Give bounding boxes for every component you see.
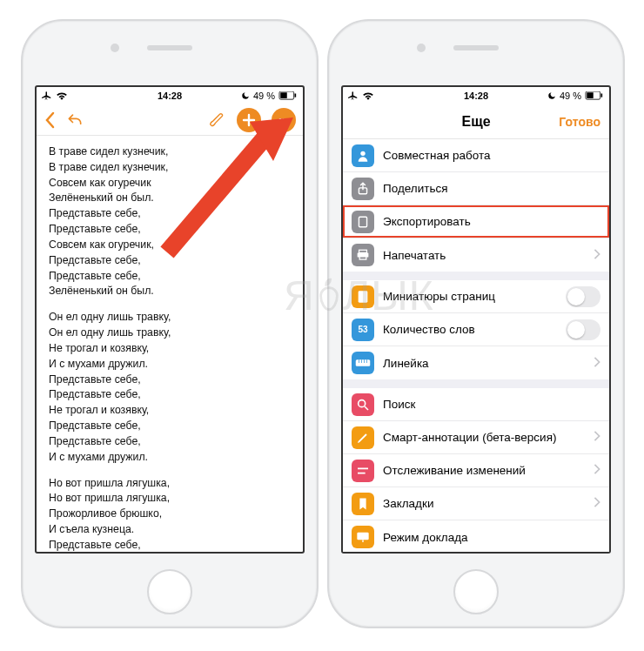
row-bookmarks[interactable]: Закладки xyxy=(343,487,609,520)
airplane-icon xyxy=(42,91,52,101)
screen-more-menu: 14:28 49 % Еще Готово Совместная работа … xyxy=(341,85,611,554)
svg-point-3 xyxy=(278,118,281,121)
front-camera xyxy=(111,44,119,52)
battery-icon xyxy=(585,91,604,100)
wifi-icon xyxy=(362,91,374,100)
svg-rect-9 xyxy=(587,92,594,98)
svg-rect-27 xyxy=(357,533,368,540)
chevron-right-icon xyxy=(594,357,600,370)
chevron-right-icon xyxy=(594,464,600,477)
more-list: Совместная работа Поделиться Экспортиров… xyxy=(343,139,609,552)
phone-frame-right: 14:28 49 % Еще Готово Совместная работа … xyxy=(327,19,625,628)
chevron-right-icon xyxy=(594,431,600,444)
status-bar: 14:28 49 % xyxy=(343,87,609,104)
svg-rect-14 xyxy=(359,250,367,252)
row-search[interactable]: Поиск xyxy=(343,388,609,421)
undo-icon[interactable] xyxy=(66,112,84,128)
row-label: Экспортировать xyxy=(383,215,471,228)
paragraph-3: Но вот пришла лягушка, Но вот пришла ляг… xyxy=(49,476,291,554)
row-label: Напечатать xyxy=(383,249,446,262)
svg-point-4 xyxy=(282,118,285,121)
row-label: Закладки xyxy=(383,497,433,510)
svg-rect-18 xyxy=(356,359,371,366)
document-body[interactable]: В траве сидел кузнечик, В траве сидел ку… xyxy=(37,136,303,554)
front-camera xyxy=(417,44,426,52)
battery-icon xyxy=(278,91,298,100)
battery-percent: 49 % xyxy=(253,91,275,101)
status-time: 14:28 xyxy=(158,91,182,101)
svg-point-11 xyxy=(360,151,365,155)
export-icon xyxy=(357,215,369,229)
watermark: ЯЛЫК xyxy=(284,272,434,319)
home-button[interactable] xyxy=(453,569,499,614)
status-time: 14:28 xyxy=(464,91,488,101)
search-icon xyxy=(356,398,370,412)
svg-rect-1 xyxy=(280,92,287,98)
svg-line-24 xyxy=(365,406,368,410)
row-ruler[interactable]: Линейка xyxy=(343,346,609,379)
share-icon xyxy=(357,182,369,196)
paragraph-1: В траве сидел кузнечик, В траве сидел ку… xyxy=(49,144,291,299)
airplane-icon xyxy=(348,91,359,101)
row-label: Линейка xyxy=(383,357,429,370)
ruler-icon xyxy=(355,359,371,367)
more-button[interactable] xyxy=(272,108,296,132)
row-track-changes[interactable]: Отслеживание изменений xyxy=(343,454,609,487)
row-label: Смарт-аннотации (бета-версия) xyxy=(383,431,556,444)
row-presentation[interactable]: Режим доклада xyxy=(343,520,609,552)
moon-icon xyxy=(241,91,250,100)
row-label: Поиск xyxy=(383,398,415,411)
more-header: Еще Готово xyxy=(343,104,609,139)
toggle-off[interactable] xyxy=(566,286,600,307)
svg-rect-10 xyxy=(601,94,603,97)
status-bar: 14:28 49 % xyxy=(37,87,303,104)
speaker xyxy=(453,45,499,50)
battery-percent: 49 % xyxy=(560,91,581,101)
print-icon xyxy=(356,249,370,261)
brush-icon[interactable] xyxy=(209,111,226,129)
moon-icon xyxy=(547,91,556,100)
row-print[interactable]: Напечатать xyxy=(343,238,609,272)
done-button[interactable]: Готово xyxy=(559,115,600,129)
row-label: Отслеживание изменений xyxy=(383,464,526,477)
row-share[interactable]: Поделиться xyxy=(343,172,609,205)
svg-point-5 xyxy=(285,118,288,121)
track-icon xyxy=(356,466,370,476)
wifi-icon xyxy=(56,91,68,100)
phone-frame-left: 14:28 49 % xyxy=(21,19,319,628)
more-title: Еще xyxy=(461,114,490,130)
row-export[interactable]: Экспортировать xyxy=(343,205,609,238)
toggle-off[interactable] xyxy=(566,319,600,340)
svg-rect-2 xyxy=(295,94,297,97)
svg-point-23 xyxy=(359,399,366,406)
svg-rect-13 xyxy=(359,217,366,226)
add-button[interactable] xyxy=(237,108,261,132)
row-label: Количество слов xyxy=(383,323,475,336)
chevron-right-icon xyxy=(594,249,600,262)
back-icon[interactable] xyxy=(44,111,56,129)
bookmark-icon xyxy=(358,497,368,511)
home-button[interactable] xyxy=(147,569,192,614)
row-label: Совместная работа xyxy=(383,149,491,162)
pencil-icon xyxy=(356,431,370,445)
speaker xyxy=(147,45,192,50)
screen-document: 14:28 49 % xyxy=(35,85,305,554)
row-collaborate[interactable]: Совместная работа xyxy=(343,139,609,172)
row-label: Режим доклада xyxy=(383,531,468,544)
row-smart-annotations[interactable]: Смарт-аннотации (бета-версия) xyxy=(343,421,609,454)
person-icon xyxy=(356,149,370,163)
row-label: Поделиться xyxy=(383,182,448,195)
document-toolbar xyxy=(37,104,303,136)
present-icon xyxy=(356,531,370,543)
chevron-right-icon xyxy=(594,497,600,510)
paragraph-2: Он ел одну лишь травку, Он ел одну лишь … xyxy=(49,310,291,465)
